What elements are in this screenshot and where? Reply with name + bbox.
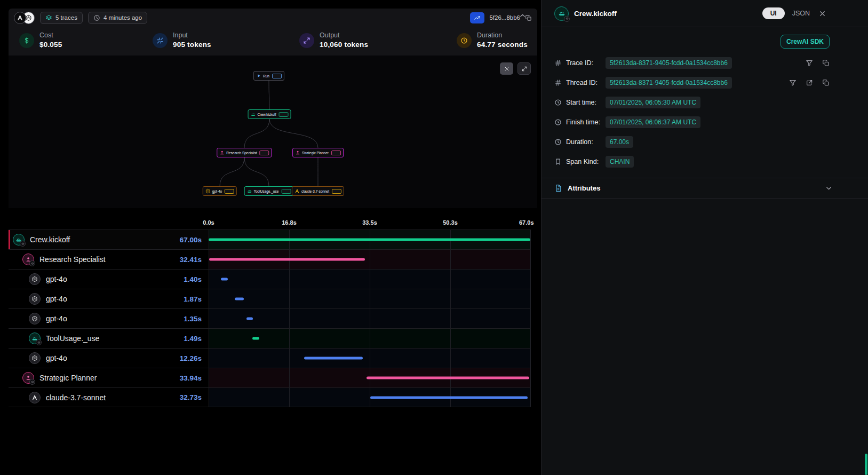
close-icon xyxy=(504,66,510,72)
timeline-row-label: Crew.kickoff67.00s xyxy=(9,230,209,249)
duration-bar[interactable] xyxy=(370,396,528,399)
span-name: gpt-4o xyxy=(46,314,67,323)
dollar-icon xyxy=(19,33,34,48)
stat-cost: Cost$0.055 xyxy=(19,31,153,49)
agent-icon xyxy=(295,150,300,155)
clock-icon xyxy=(554,99,562,106)
duration-bar[interactable] xyxy=(246,318,253,320)
graph-node-gpt4o[interactable]: gpt-4o xyxy=(203,186,237,196)
graph-node-label: Run xyxy=(263,74,269,78)
external-link-icon[interactable] xyxy=(806,79,813,86)
openai-icon xyxy=(205,188,211,194)
openai-icon xyxy=(29,273,41,285)
timeline-row[interactable]: gpt-4o12.26s xyxy=(9,348,531,368)
timeline-row[interactable]: gpt-4o1.40s xyxy=(9,269,531,289)
sdk-sub-badge-icon xyxy=(29,379,35,385)
clock-icon xyxy=(554,138,562,146)
trace-graph-button[interactable] xyxy=(470,12,484,23)
expand-icon xyxy=(521,66,528,72)
duration-bar[interactable] xyxy=(252,337,259,340)
axis-tick: 16.8s xyxy=(282,219,297,226)
span-duration: 1.40s xyxy=(184,275,209,283)
detail-field: Finish time:07/01/2025, 06:06:37 AM UTC xyxy=(541,112,868,132)
document-icon xyxy=(554,184,562,192)
timeline-row-label: Research Specialist32.41s xyxy=(9,250,209,269)
chevron-down-icon[interactable] xyxy=(825,184,833,192)
graph-node-run[interactable]: Run xyxy=(253,71,284,81)
clock-icon xyxy=(554,118,562,126)
detail-field: Thread ID:5f2613da-8371-9405-fcdd-0a1534… xyxy=(541,73,868,92)
trace-header: 5 traces 4 minutes ago 5f26...8bb6 xyxy=(9,9,537,27)
filter-icon[interactable] xyxy=(806,59,813,67)
span-name: ToolUsage._use xyxy=(46,334,99,343)
span-duration: 1.87s xyxy=(184,295,209,303)
scrollbar-thumb[interactable] xyxy=(865,454,867,475)
timeline-row[interactable]: ToolUsage._use1.49s xyxy=(9,328,531,348)
sdk-badge[interactable]: CrewAI SDK xyxy=(781,35,830,49)
trace-short-id: 5f26...8bb6 xyxy=(489,14,520,21)
duration-bar[interactable] xyxy=(209,239,530,241)
span-timeline: 0.0s16.8s33.5s50.3s67.0s Crew.kickoff67.… xyxy=(9,208,531,407)
anthropic-logo-icon xyxy=(14,12,26,24)
field-actions xyxy=(789,79,830,86)
expand-graph-button[interactable] xyxy=(517,62,531,75)
timeline-row[interactable]: Research Specialist32.41s xyxy=(9,249,531,269)
stat-input: Input905 tokens xyxy=(153,31,299,49)
timeline-row[interactable]: Strategic Planner33.94s xyxy=(9,368,531,387)
close-panel-icon[interactable] xyxy=(818,10,826,18)
duration-bar[interactable] xyxy=(235,298,244,300)
duration-bar[interactable] xyxy=(221,278,228,281)
trace-age-label: 4 minutes ago xyxy=(103,14,142,21)
trace-overview: 5 traces 4 minutes ago 5f26...8bb6 Cost$… xyxy=(0,0,541,475)
collapse-chevron-icon[interactable] xyxy=(519,12,527,20)
copy-icon[interactable] xyxy=(822,59,830,67)
detail-fields: Trace ID:5f2613da-8371-9405-fcdd-0a1534c… xyxy=(541,53,868,171)
copy-icon[interactable] xyxy=(822,79,830,86)
tab-ui[interactable]: UI xyxy=(762,7,785,19)
hash-icon xyxy=(554,59,562,67)
timeline-row[interactable]: Crew.kickoff67.00s xyxy=(9,229,531,249)
stat-label: Duration xyxy=(477,31,528,39)
graph-node-label: ToolUsage._use xyxy=(254,189,279,193)
detail-field: Span Kind:CHAIN xyxy=(541,152,868,171)
panel-header: Crew.kickoff UI JSON xyxy=(541,0,868,27)
graph-node-label: claude-3.7-sonnet xyxy=(301,189,329,193)
crew-icon xyxy=(13,234,25,246)
timeline-track xyxy=(209,329,531,348)
timeline-row-label: ToolUsage._use1.49s xyxy=(9,329,209,348)
attributes-section[interactable]: Attributes xyxy=(541,178,868,199)
timeline-row[interactable]: gpt-4o1.87s xyxy=(9,289,531,308)
timeline-row-label: gpt-4o12.26s xyxy=(9,349,209,368)
graph-node-claude[interactable]: claude-3.7-sonnet xyxy=(292,186,344,196)
graph-node-tool[interactable]: ToolUsage._use xyxy=(244,186,294,196)
filter-icon[interactable] xyxy=(789,79,797,86)
graph-node-crew[interactable]: Crew.kickoff xyxy=(248,109,291,119)
layers-icon xyxy=(45,14,52,21)
timeline-row-label: gpt-4o1.40s xyxy=(9,270,209,289)
duration-bar[interactable] xyxy=(304,357,363,360)
timeline-track xyxy=(209,388,531,407)
crew-icon xyxy=(251,112,256,117)
agent-icon xyxy=(22,372,34,384)
duration-bar[interactable] xyxy=(367,377,529,379)
timeline-row[interactable]: claude-3.7-sonnet32.73s xyxy=(9,387,531,407)
close-graph-button[interactable] xyxy=(500,62,513,75)
duration-bar[interactable] xyxy=(209,258,365,261)
timeline-track xyxy=(209,349,531,368)
traces-count-badge[interactable]: 5 traces xyxy=(40,12,83,24)
graph-node-research[interactable]: Research Specialist xyxy=(217,148,272,157)
graph-node-strategic[interactable]: Strategic Planner xyxy=(292,148,344,157)
openai-icon xyxy=(29,352,41,364)
span-name: Research Specialist xyxy=(39,255,106,264)
graph-node-label: gpt-4o xyxy=(212,189,222,193)
clock-icon xyxy=(93,14,100,21)
graph-node-tag xyxy=(281,189,291,194)
graph-node-tag xyxy=(332,189,341,194)
timeline-row[interactable]: gpt-4o1.35s xyxy=(9,308,531,328)
tab-json[interactable]: JSON xyxy=(792,10,810,17)
field-value: 5f2613da-8371-9405-fcdd-0a1534cc8bb6 xyxy=(606,77,732,89)
span-duration: 1.49s xyxy=(184,335,209,343)
field-label: Thread ID: xyxy=(566,79,601,86)
stats-row: Cost$0.055Input905 tokensOutput10,060 to… xyxy=(9,27,537,56)
detail-field: Duration:67.00s xyxy=(541,132,868,152)
